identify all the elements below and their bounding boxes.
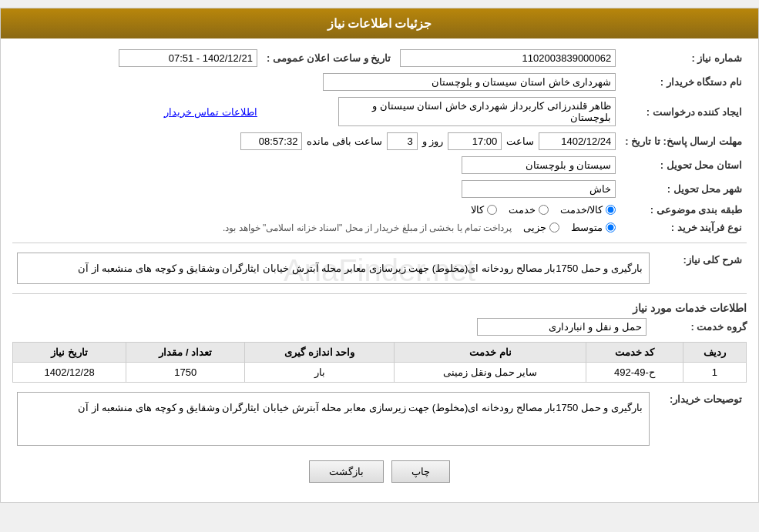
tosifat-value: بارگیری و حمل 1750بار مصالح رودخانه ای(م… [17, 392, 650, 446]
mohlat-label: مهلت ارسال پاسخ: تا تاریخ : [620, 129, 747, 153]
tarikh-saat-label: تاریخ و ساعت اعلان عمومی : [262, 46, 395, 70]
radio-motavasset[interactable]: متوسط [571, 222, 616, 233]
col-kod: کد خدمت [586, 343, 683, 363]
cell-nam_khadamat: سایر حمل ونقل زمینی [395, 363, 586, 383]
col-radif: ردیف [683, 343, 746, 363]
ettelaat-khadamat-title: اطلاعات خدمات مورد نیاز [12, 302, 747, 314]
cell-vahed_andaze: بار [245, 363, 395, 383]
radio-kala-khadamat[interactable]: کالا/خدمت [560, 204, 616, 216]
cell-kod_khadamat: ح-49-492 [586, 363, 683, 383]
tarikh-saat-value: 1402/12/21 - 07:51 [119, 49, 257, 67]
gorohe-khadamat-value: حمل و نقل و انباردارى [477, 318, 646, 336]
radio-kala[interactable]: کالا [471, 204, 497, 216]
noe-farayand-label: نوع فرآیند خرید : [620, 219, 747, 236]
back-button[interactable]: بازگشت [309, 460, 384, 483]
mohlat-saat-mande: 08:57:32 [240, 132, 302, 150]
cell-radif: 1 [683, 363, 746, 383]
saat-label: ساعت [506, 136, 534, 147]
radio-khadamat[interactable]: خدمت [509, 204, 549, 216]
sharh-kolli-label: شرح کلی نیاز: [654, 249, 747, 287]
sharh-kolli-value: بارگیری و حمل 1750بار مصالح رودخانه ای(م… [17, 253, 650, 284]
nam-dastgah-label: نام دستگاه خریدار : [620, 70, 747, 94]
print-button[interactable]: چاپ [391, 460, 450, 483]
page-title: جزئیات اطلاعات نیاز [1, 8, 758, 38]
cell-tedad_megdar: 1750 [126, 363, 245, 383]
shamare-niaz-value: 1102003839000062 [400, 49, 616, 67]
saat-mande-label: ساعت باقی مانده [307, 136, 381, 147]
mohlat-saat: 17:00 [448, 132, 502, 150]
col-nam: نام خدمت [395, 343, 586, 363]
col-tedad: تعداد / مقدار [126, 343, 245, 363]
mohlat-date: 1402/12/24 [539, 132, 616, 150]
col-vahed: واحد اندازه گیری [245, 343, 395, 363]
tosifat-label: توصیحات خریدار: [654, 389, 747, 449]
shahr-value: خاش [462, 180, 616, 198]
col-tarikh: تاریخ نیاز [13, 343, 126, 363]
eijad-konande-link[interactable]: اطلاعات تماس خریدار [164, 106, 257, 118]
shamare-niaz-label: شماره نیاز : [620, 46, 747, 70]
mohlat-rooz: 3 [387, 132, 418, 150]
nam-dastgah-value: شهرداری خاش استان سیستان و بلوچستان [323, 73, 616, 91]
cell-tarikh_niaz: 1402/12/28 [13, 363, 126, 383]
eijad-konande-value: ظاهر قلندرزائی کاربرداز شهرداری خاش استا… [338, 97, 616, 126]
farayand-note: پرداخت تمام یا بخشی از مبلغ خریدار از مح… [223, 223, 512, 233]
tabaqebandi-label: طبقه بندی موضوعی : [620, 201, 747, 219]
ostand-value: سیستان و بلوچستان [462, 156, 616, 174]
gorohe-khadamat-label: گروه خدمت : [654, 321, 747, 333]
radio-jozei[interactable]: جزیی [523, 222, 559, 233]
shahr-label: شهر محل تحویل : [620, 177, 747, 201]
ostand-label: استان محل تحویل : [620, 153, 747, 177]
table-row: 1ح-49-492سایر حمل ونقل زمینیبار17501402/… [13, 363, 747, 383]
eijad-konande-label: ایجاد کننده درخواست : [620, 94, 747, 129]
rooz-label: روز و [422, 136, 444, 147]
